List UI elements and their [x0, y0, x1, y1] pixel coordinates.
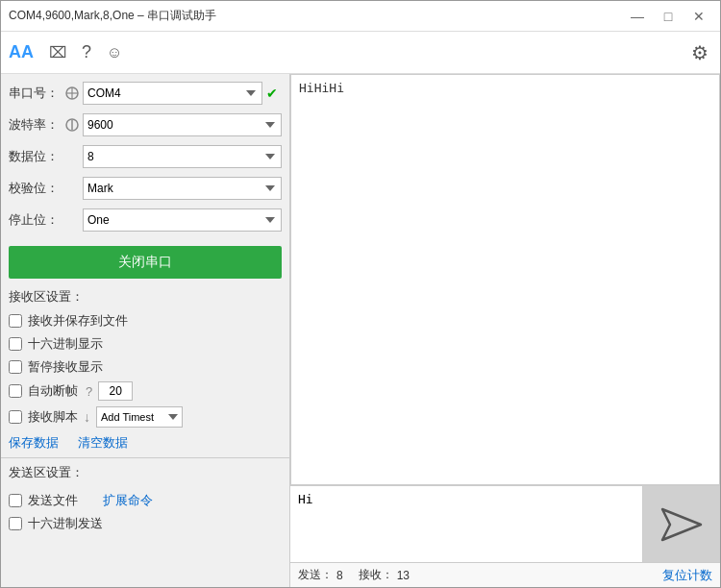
stop-bits-row: 停止位： One	[9, 207, 282, 233]
parity-label: 校验位：	[9, 180, 62, 197]
pause-display-checkbox[interactable]	[9, 360, 22, 374]
pause-display-label: 暂停接收显示	[28, 358, 103, 376]
port-select[interactable]: COM4	[83, 82, 262, 105]
save-to-file-checkbox[interactable]	[9, 314, 22, 328]
save-data-button[interactable]: 保存数据	[9, 434, 59, 452]
script-icon: ↓	[84, 409, 90, 425]
hex-send-label: 十六进制发送	[28, 515, 103, 532]
toolbar: AA ⌧ ? ☺ ⚙	[1, 32, 720, 74]
send-button[interactable]	[643, 486, 720, 562]
port-select-row: COM4 ✔	[83, 82, 282, 105]
left-panel: 串口号： COM4 ✔	[1, 74, 289, 587]
parity-row: 校验位： Mark	[9, 175, 282, 202]
save-to-file-label: 接收并保存到文件	[28, 312, 128, 330]
stop-bits-select[interactable]: One	[83, 208, 282, 232]
close-port-button[interactable]: 关闭串口	[9, 246, 282, 279]
svg-marker-5	[662, 509, 701, 540]
port-label: 串口号：	[9, 85, 62, 102]
data-bits-select[interactable]: 8	[83, 145, 282, 168]
auto-frame-label: 自动断帧	[28, 382, 78, 400]
right-panel: HiHiHi 发送： 8 接收：	[289, 74, 720, 587]
emoji-icon[interactable]: ☺	[107, 44, 122, 61]
send-count: 8	[336, 569, 343, 582]
hex-display-checkbox[interactable]	[9, 337, 22, 351]
divider	[1, 457, 289, 458]
auto-frame-row: 自动断帧 ?	[1, 379, 289, 404]
port-scan-icon[interactable]	[62, 86, 83, 101]
receive-count-item: 接收： 13	[359, 567, 410, 583]
help-icon[interactable]: ?	[82, 42, 91, 62]
save-clear-row: 保存数据 清空数据	[1, 430, 289, 455]
data-bits-label: 数据位：	[9, 148, 62, 165]
baud-select[interactable]: 9600	[83, 113, 282, 136]
hex-display-row: 十六进制显示	[1, 332, 289, 355]
auto-frame-input[interactable]	[98, 381, 133, 401]
receive-content: HiHiHi	[299, 81, 344, 95]
settings-icon[interactable]: ⚙	[691, 41, 709, 64]
send-area-row	[290, 485, 720, 562]
send-file-label: 发送文件	[28, 492, 78, 509]
receive-script-label: 接收脚本	[28, 408, 78, 426]
parity-select[interactable]: Mark	[83, 177, 282, 200]
font-icon[interactable]: AA	[9, 42, 34, 62]
reset-count-button[interactable]: 复位计数	[662, 567, 712, 584]
extend-cmd-button[interactable]: 扩展命令	[103, 492, 153, 509]
send-section: 发送文件 扩展命令 十六进制发送	[1, 485, 289, 537]
maximize-button[interactable]: □	[655, 6, 682, 27]
hex-display-label: 十六进制显示	[28, 335, 103, 353]
auto-frame-help-icon[interactable]: ?	[86, 384, 92, 399]
port-settings: 串口号： COM4 ✔	[1, 74, 289, 242]
baud-row: 波特率： 9600	[9, 111, 282, 138]
hex-send-checkbox[interactable]	[9, 517, 22, 530]
baud-label: 波特率：	[9, 116, 62, 134]
send-textarea[interactable]	[290, 486, 643, 562]
receive-label: 接收：	[359, 567, 393, 583]
crop-icon[interactable]: ⌧	[49, 43, 66, 61]
receive-count: 13	[397, 569, 410, 582]
hex-send-row: 十六进制发送	[9, 512, 282, 535]
window-title: COM4,9600,Mark,8,One – 串口调试助手	[9, 8, 216, 24]
auto-frame-checkbox[interactable]	[9, 384, 22, 398]
pause-display-row: 暂停接收显示	[1, 355, 289, 379]
main-window: COM4,9600,Mark,8,One – 串口调试助手 — □ ✕ AA ⌧…	[0, 0, 721, 588]
script-select[interactable]: Add Timest	[96, 406, 183, 428]
main-content: 串口号： COM4 ✔	[1, 74, 720, 587]
send-arrow-icon	[660, 507, 703, 542]
send-label: 发送：	[298, 567, 333, 583]
port-row: 串口号： COM4 ✔	[9, 80, 282, 107]
data-bits-row: 数据位： 8	[9, 143, 282, 170]
status-bar: 发送： 8 接收： 13 复位计数	[290, 562, 720, 587]
close-button[interactable]: ✕	[685, 6, 712, 27]
send-settings-title: 发送区设置：	[1, 460, 289, 485]
receive-display: HiHiHi	[290, 74, 720, 485]
receive-script-row: 接收脚本 ↓ Add Timest	[1, 404, 289, 430]
port-connected-icon: ✔	[266, 86, 278, 101]
title-bar: COM4,9600,Mark,8,One – 串口调试助手 — □ ✕	[1, 1, 720, 32]
receive-settings-title: 接收区设置：	[1, 284, 289, 309]
baud-icon	[62, 117, 83, 133]
stop-bits-label: 停止位：	[9, 211, 62, 229]
send-count-item: 发送： 8	[298, 567, 343, 583]
minimize-button[interactable]: —	[624, 6, 651, 27]
receive-script-checkbox[interactable]	[9, 410, 22, 424]
clear-data-button[interactable]: 清空数据	[78, 434, 128, 452]
send-file-row: 发送文件 扩展命令	[9, 489, 282, 512]
send-file-checkbox[interactable]	[9, 494, 22, 507]
save-to-file-row: 接收并保存到文件	[1, 309, 289, 332]
title-buttons: — □ ✕	[624, 6, 712, 27]
